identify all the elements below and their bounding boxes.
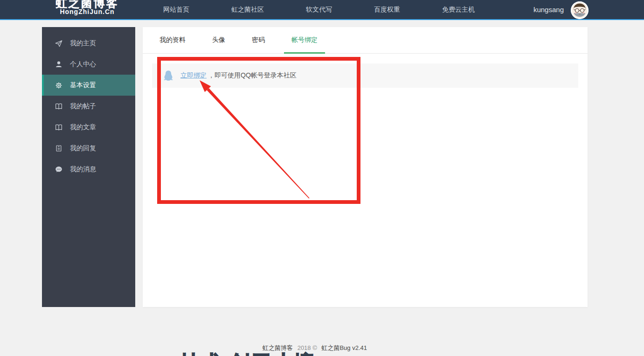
site-logo[interactable]: 虹之菌博客 HongZhiJun.Cn [46, 0, 129, 15]
site-logo-title: 虹之菌博客 [46, 0, 129, 8]
bind-now-link[interactable]: 立即绑定 [180, 71, 207, 80]
sidebar-item-label: 我的文章 [70, 123, 96, 132]
sidebar-item-label: 个人中心 [70, 60, 96, 69]
nav-item-baidu-weight[interactable]: 百度权重 [374, 6, 400, 14]
sidebar-item-label: 我的回复 [70, 144, 96, 153]
main-nav: 网站首页 虹之菌社区 软文代写 百度权重 免费云主机 [163, 0, 475, 19]
sidebar: 我的主页 个人中心 基本设置 我的帖子 [42, 27, 135, 307]
tab-my-profile[interactable]: 我的资料 [152, 27, 193, 53]
sidebar-item-basic-settings[interactable]: 基本设置 [42, 75, 135, 96]
sidebar-item-my-replies[interactable]: 我的回复 [42, 138, 135, 159]
book-icon [55, 102, 63, 111]
sidebar-item-label: 基本设置 [70, 81, 96, 90]
sidebar-item-label: 我的帖子 [70, 102, 96, 111]
nav-item-copywriting[interactable]: 软文代写 [306, 6, 332, 14]
user-icon [55, 60, 63, 69]
sidebar-item-label: 我的消息 [70, 165, 96, 174]
nav-item-free-cloud-host[interactable]: 免费云主机 [442, 6, 475, 14]
sidebar-item-my-articles[interactable]: 我的文章 [42, 117, 135, 138]
settings-tabs: 我的资料 头像 密码 帐号绑定 [143, 27, 588, 54]
sidebar-item-my-messages[interactable]: 我的消息 [42, 159, 135, 180]
footer-engine-version: 虹之菌Bug v2.41 [321, 344, 367, 351]
tab-account-binding[interactable]: 帐号绑定 [284, 27, 325, 53]
site-logo-subtitle: HongZhiJun.Cn [46, 8, 129, 15]
username[interactable]: kungsang [533, 6, 564, 14]
sidebar-item-my-posts[interactable]: 我的帖子 [42, 96, 135, 117]
message-icon [55, 165, 63, 174]
sidebar-item-personal-center[interactable]: 个人中心 [42, 54, 135, 75]
tab-avatar[interactable]: 头像 [205, 27, 233, 53]
user-avatar[interactable] [571, 1, 589, 19]
bind-description: ，即可使用QQ帐号登录本社区 [208, 71, 297, 80]
sidebar-item-my-homepage[interactable]: 我的主页 [42, 33, 135, 54]
avatar-cartoon-face-icon [571, 1, 589, 19]
qq-bind-row: 立即绑定 ，即可使用QQ帐号登录本社区 [152, 63, 578, 88]
user-area: kungsang [533, 0, 589, 19]
footer-partial-slogan: 技术 创无止境 [180, 349, 315, 356]
paper-plane-icon [55, 39, 63, 48]
tab-password[interactable]: 密码 [244, 27, 272, 53]
nav-item-community[interactable]: 虹之菌社区 [231, 6, 264, 14]
qq-penguin-icon [162, 70, 174, 82]
reply-list-icon [55, 144, 63, 153]
sidebar-item-label: 我的主页 [70, 39, 96, 48]
nav-item-home[interactable]: 网站首页 [163, 6, 189, 14]
top-navbar: 虹之菌博客 HongZhiJun.Cn 网站首页 虹之菌社区 软文代写 百度权重… [0, 0, 644, 20]
settings-panel: 我的资料 头像 密码 帐号绑定 立即绑定 ，即可使用QQ帐号登录本社区 [143, 27, 588, 307]
book-icon [55, 123, 63, 132]
gear-icon [55, 81, 63, 90]
